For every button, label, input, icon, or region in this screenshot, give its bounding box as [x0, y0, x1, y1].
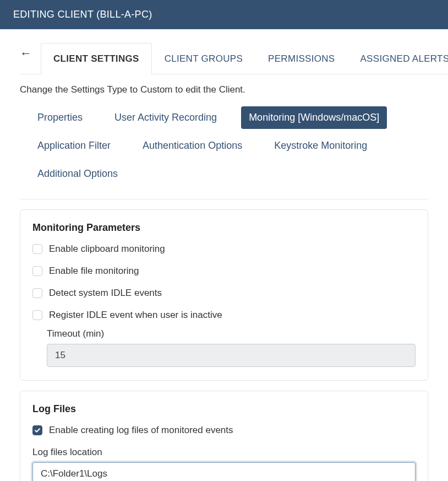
timeout-input[interactable]	[47, 344, 416, 367]
timeout-label: Timeout (min)	[47, 328, 416, 339]
subtab-user-activity-recording[interactable]: User Activity Recording	[107, 106, 225, 129]
subtab-additional-options[interactable]: Additional Options	[30, 163, 125, 185]
tab-label: CLIENT SETTINGS	[53, 53, 139, 64]
label-enable-file: Enable file monitoring	[49, 266, 139, 277]
check-icon	[34, 427, 41, 434]
top-tabs-container: ← CLIENT SETTINGS CLIENT GROUPS PERMISSI…	[20, 42, 448, 74]
subtab-label: Monitoring [Windows/macOS]	[249, 112, 379, 123]
subtab-keystroke-monitoring[interactable]: Keystroke Monitoring	[266, 134, 375, 157]
content-area: ← CLIENT SETTINGS CLIENT GROUPS PERMISSI…	[0, 42, 448, 481]
monitoring-parameters-panel: Monitoring Parameters Enable clipboard m…	[20, 209, 428, 381]
label-enable-log-files: Enable creating log files of monitored e…	[49, 425, 233, 436]
row-enable-log-files: Enable creating log files of monitored e…	[32, 425, 416, 436]
subtab-label: Authentication Options	[143, 140, 242, 151]
label-register-idle: Register IDLE event when user is inactiv…	[49, 310, 222, 321]
subtab-application-filter[interactable]: Application Filter	[30, 134, 118, 157]
subtab-label: User Activity Recording	[114, 112, 217, 123]
log-location-label: Log files location	[32, 447, 416, 458]
checkbox-detect-idle[interactable]	[32, 288, 42, 298]
label-detect-idle: Detect system IDLE events	[49, 288, 162, 299]
row-detect-idle: Detect system IDLE events	[32, 288, 416, 299]
tab-assigned-alerts[interactable]: ASSIGNED ALERTS	[347, 43, 448, 74]
checkbox-register-idle[interactable]	[32, 310, 42, 320]
subtab-label: Keystroke Monitoring	[274, 140, 367, 151]
subtab-properties[interactable]: Properties	[30, 106, 90, 129]
tab-label: PERMISSIONS	[268, 53, 335, 64]
sub-tabs-container: Properties User Activity Recording Monit…	[20, 106, 428, 199]
checkbox-enable-file[interactable]	[32, 266, 42, 276]
tab-client-groups[interactable]: CLIENT GROUPS	[152, 43, 255, 74]
tab-client-settings[interactable]: CLIENT SETTINGS	[41, 43, 152, 74]
top-tabs: CLIENT SETTINGS CLIENT GROUPS PERMISSION…	[41, 42, 448, 74]
log-location-group: Log files location	[32, 447, 416, 481]
label-enable-clipboard: Enable clipboard monitoring	[49, 244, 165, 255]
row-enable-clipboard: Enable clipboard monitoring	[32, 244, 416, 255]
subtab-label: Application Filter	[37, 140, 111, 151]
sub-tabs: Properties User Activity Recording Monit…	[30, 106, 428, 186]
subtab-label: Properties	[37, 112, 83, 123]
log-location-input[interactable]	[32, 462, 416, 481]
page-header: EDITING CLIENT (BILL-A-PC)	[0, 0, 448, 29]
log-files-panel: Log Files Enable creating log files of m…	[20, 391, 428, 481]
monitoring-parameters-heading: Monitoring Parameters	[32, 222, 416, 234]
subtab-monitoring[interactable]: Monitoring [Windows/macOS]	[241, 106, 387, 129]
tab-permissions[interactable]: PERMISSIONS	[255, 43, 347, 74]
log-files-heading: Log Files	[32, 403, 416, 415]
row-register-idle: Register IDLE event when user is inactiv…	[32, 310, 416, 321]
checkbox-enable-log-files[interactable]	[32, 425, 42, 435]
tab-label: CLIENT GROUPS	[165, 53, 243, 64]
tab-label: ASSIGNED ALERTS	[360, 53, 448, 64]
settings-type-hint: Change the Settings Type to Custom to ed…	[20, 84, 448, 95]
row-enable-file: Enable file monitoring	[32, 266, 416, 277]
checkbox-enable-clipboard[interactable]	[32, 244, 42, 254]
page-title: EDITING CLIENT (BILL-A-PC)	[13, 9, 152, 20]
subtab-label: Additional Options	[37, 168, 118, 179]
timeout-group: Timeout (min)	[47, 328, 416, 367]
subtab-authentication-options[interactable]: Authentication Options	[135, 134, 250, 157]
back-arrow-icon[interactable]: ←	[20, 46, 32, 71]
